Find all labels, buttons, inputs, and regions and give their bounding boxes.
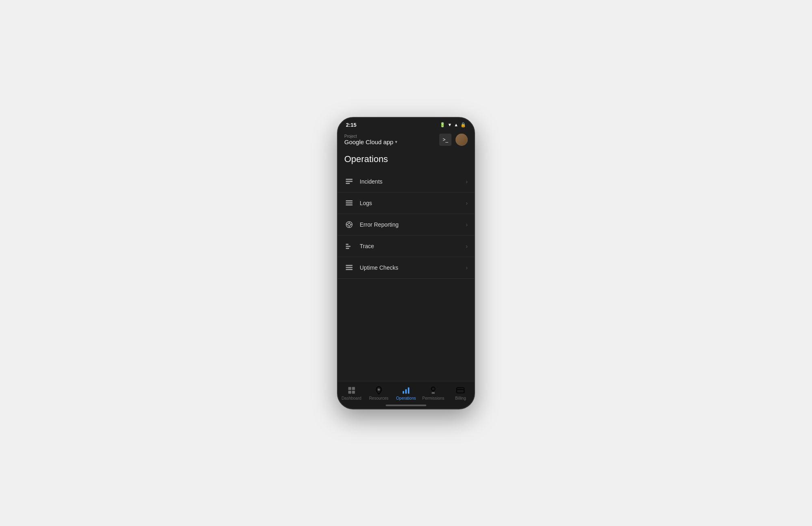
- svg-rect-28: [457, 387, 464, 393]
- nav-item-permissions[interactable]: Permissions: [420, 385, 447, 401]
- svg-rect-3: [346, 200, 353, 201]
- status-time: 2:15: [346, 122, 356, 128]
- svg-rect-1: [346, 181, 353, 182]
- trace-chevron: ›: [466, 243, 468, 249]
- svg-rect-20: [348, 390, 351, 393]
- logs-chevron: ›: [466, 200, 468, 206]
- uptime-checks-label: Uptime Checks: [360, 264, 466, 271]
- svg-rect-14: [346, 248, 349, 249]
- svg-rect-13: [346, 246, 351, 247]
- status-icons: 🔋 ▼ ▲ 🔒: [440, 122, 466, 128]
- uptime-checks-icon: [344, 263, 354, 273]
- billing-icon: [456, 385, 465, 395]
- lock-icon: 🔒: [460, 122, 466, 128]
- svg-rect-5: [346, 204, 353, 206]
- avatar-image: [456, 134, 468, 146]
- svg-rect-17: [346, 269, 353, 270]
- app-header: Project Google Cloud app ▾ >_: [338, 130, 474, 151]
- permissions-icon: [428, 385, 438, 395]
- project-selector[interactable]: Project Google Cloud app ▾: [344, 134, 439, 145]
- menu-item-logs[interactable]: Logs ›: [338, 193, 474, 214]
- menu-list: Incidents › Logs ›: [338, 171, 474, 399]
- svg-rect-21: [352, 390, 355, 393]
- operations-nav-icon: [401, 385, 411, 395]
- terminal-button[interactable]: >_: [439, 134, 451, 146]
- project-dropdown-icon: ▾: [395, 139, 397, 145]
- page-title: Operations: [338, 151, 474, 171]
- incidents-chevron: ›: [466, 178, 468, 185]
- home-indicator: [386, 405, 426, 406]
- incidents-label: Incidents: [360, 178, 466, 185]
- header-actions: >_: [439, 134, 468, 146]
- svg-rect-12: [346, 244, 349, 245]
- svg-rect-23: [403, 391, 404, 393]
- incidents-icon: [344, 177, 354, 186]
- terminal-icon: >_: [443, 137, 448, 143]
- project-label: Project: [344, 134, 439, 139]
- svg-point-26: [432, 387, 435, 390]
- wifi-icon: ▼: [447, 122, 452, 127]
- project-name[interactable]: Google Cloud app ▾: [344, 139, 439, 145]
- signal-icon: ▲: [454, 122, 458, 127]
- svg-rect-27: [432, 392, 435, 394]
- svg-point-7: [348, 223, 351, 226]
- svg-rect-0: [346, 179, 353, 180]
- menu-item-error-reporting[interactable]: Error Reporting ›: [338, 214, 474, 236]
- logs-label: Logs: [360, 200, 466, 206]
- nav-item-operations[interactable]: Operations: [392, 385, 419, 401]
- menu-item-trace[interactable]: Trace ›: [338, 236, 474, 257]
- svg-point-22: [378, 388, 380, 391]
- user-avatar[interactable]: [456, 134, 468, 146]
- uptime-checks-chevron: ›: [466, 264, 468, 271]
- content-area: Operations Incidents ›: [338, 151, 474, 399]
- dashboard-nav-label: Dashboard: [341, 396, 361, 400]
- svg-rect-25: [408, 387, 410, 394]
- status-bar: 2:15 🔋 ▼ ▲ 🔒: [338, 118, 474, 130]
- svg-rect-24: [405, 389, 407, 394]
- svg-rect-19: [352, 387, 355, 390]
- svg-rect-15: [346, 265, 353, 266]
- logs-icon: [344, 198, 354, 208]
- menu-item-incidents[interactable]: Incidents ›: [338, 171, 474, 193]
- billing-nav-label: Billing: [455, 396, 466, 400]
- svg-rect-18: [348, 387, 351, 390]
- nav-item-dashboard[interactable]: Dashboard: [338, 385, 365, 401]
- error-reporting-icon: [344, 220, 354, 229]
- battery-icon: 🔋: [440, 122, 445, 128]
- resources-nav-label: Resources: [369, 396, 389, 400]
- dashboard-icon: [347, 385, 356, 395]
- nav-item-resources[interactable]: Resources: [365, 385, 392, 401]
- svg-rect-4: [346, 202, 353, 203]
- resources-icon: [374, 385, 384, 395]
- error-reporting-chevron: ›: [466, 221, 468, 228]
- phone-frame: 2:15 🔋 ▼ ▲ 🔒 Project Google Cloud app ▾ …: [337, 117, 475, 409]
- nav-item-billing[interactable]: Billing: [447, 385, 474, 401]
- menu-item-uptime-checks[interactable]: Uptime Checks ›: [338, 257, 474, 279]
- trace-icon: [344, 241, 354, 251]
- svg-rect-2: [346, 183, 350, 184]
- permissions-nav-label: Permissions: [422, 396, 444, 400]
- trace-label: Trace: [360, 243, 466, 249]
- operations-nav-label: Operations: [396, 396, 416, 400]
- svg-rect-16: [346, 267, 353, 268]
- error-reporting-label: Error Reporting: [360, 221, 466, 228]
